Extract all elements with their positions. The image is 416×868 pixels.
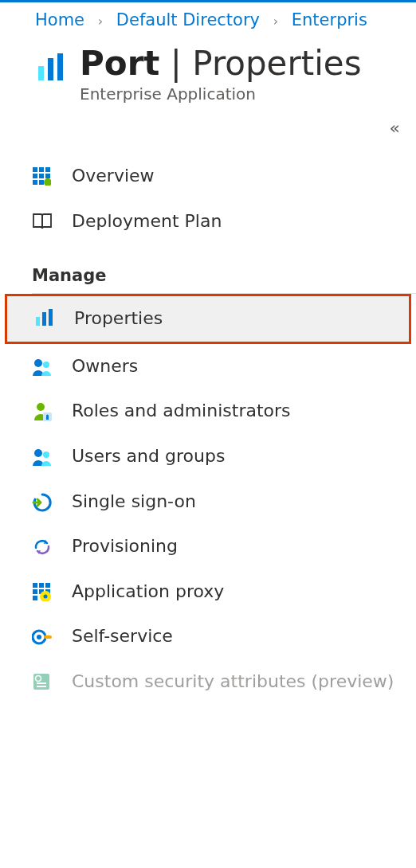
nav-custom-security-attributes: Custom security attributes (preview) [0, 659, 416, 705]
owners-icon [32, 355, 61, 377]
nav-owners[interactable]: Owners [0, 344, 416, 389]
breadcrumb-directory[interactable]: Default Directory [116, 10, 260, 29]
nav-label: Deployment Plan [61, 210, 222, 233]
properties-icon [34, 307, 63, 328]
svg-rect-25 [45, 583, 50, 588]
nav-users-groups[interactable]: Users and groups [0, 434, 416, 479]
breadcrumb-separator: › [90, 14, 111, 29]
svg-point-33 [37, 635, 41, 639]
svg-rect-7 [39, 174, 44, 178]
svg-rect-1 [48, 58, 53, 80]
users-groups-icon [32, 445, 61, 467]
nav-provisioning[interactable]: Provisioning [0, 524, 416, 569]
svg-point-16 [43, 362, 49, 368]
nav-properties[interactable]: Properties [5, 294, 411, 344]
nav-overview[interactable]: Overview [0, 154, 416, 199]
section-manage-header: Manage [0, 244, 416, 293]
svg-rect-29 [33, 596, 37, 600]
sidebar-nav: Overview Deployment Plan Manage Properti… [0, 138, 416, 705]
proxy-icon [32, 581, 61, 601]
nav-label: Single sign-on [61, 491, 196, 514]
nav-deployment-plan[interactable]: Deployment Plan [0, 199, 416, 244]
provisioning-icon [32, 535, 61, 557]
svg-point-22 [43, 452, 49, 458]
svg-rect-24 [39, 583, 44, 588]
nav-roles[interactable]: Roles and administrators [0, 389, 416, 434]
svg-rect-26 [33, 589, 37, 594]
roles-icon [32, 400, 61, 422]
svg-rect-4 [39, 167, 44, 172]
app-icon [35, 44, 80, 84]
svg-rect-12 [36, 317, 40, 326]
nav-label: Properties [63, 307, 163, 330]
collapse-sidebar-button[interactable]: « [0, 104, 416, 138]
breadcrumb-home[interactable]: Home [35, 10, 84, 29]
svg-rect-34 [44, 635, 52, 639]
breadcrumb-separator: › [265, 14, 286, 29]
svg-rect-20 [46, 416, 49, 420]
nav-application-proxy[interactable]: Application proxy [0, 569, 416, 615]
svg-rect-6 [33, 174, 37, 178]
nav-label: Roles and administrators [61, 400, 291, 423]
breadcrumb-enterprise[interactable]: Enterpris [292, 10, 367, 29]
svg-rect-5 [45, 167, 50, 172]
svg-point-21 [34, 449, 42, 457]
svg-rect-0 [38, 66, 44, 80]
book-icon [32, 210, 61, 233]
svg-rect-2 [57, 53, 63, 80]
svg-rect-9 [33, 180, 37, 185]
nav-label: Custom security attributes (preview) [61, 671, 394, 694]
nav-label: Application proxy [61, 581, 224, 604]
page-title: Port | Properties [80, 44, 362, 83]
svg-point-31 [44, 594, 48, 598]
svg-rect-8 [45, 174, 50, 178]
svg-rect-3 [33, 167, 37, 172]
svg-rect-23 [33, 583, 37, 588]
svg-point-15 [34, 359, 42, 367]
nav-label: Overview [61, 165, 155, 188]
sso-icon [32, 491, 61, 513]
page-subtitle: Enterprise Application [80, 84, 362, 104]
overview-icon [32, 165, 61, 186]
svg-point-17 [37, 403, 45, 411]
breadcrumb: Home › Default Directory › Enterpris [0, 2, 416, 39]
nav-single-sign-on[interactable]: Single sign-on [0, 479, 416, 525]
svg-rect-14 [49, 309, 53, 326]
svg-point-11 [44, 178, 51, 186]
svg-rect-38 [37, 686, 46, 687]
self-service-icon [32, 625, 61, 647]
svg-rect-10 [39, 180, 44, 185]
svg-rect-37 [37, 682, 46, 684]
svg-rect-13 [42, 312, 46, 326]
nav-label: Owners [61, 355, 138, 378]
attributes-icon [32, 671, 61, 691]
nav-label: Self-service [61, 625, 173, 648]
nav-label: Users and groups [61, 445, 225, 468]
nav-self-service[interactable]: Self-service [0, 614, 416, 659]
nav-label: Provisioning [61, 535, 178, 558]
page-header: Port | Properties Enterprise Application [0, 39, 416, 104]
